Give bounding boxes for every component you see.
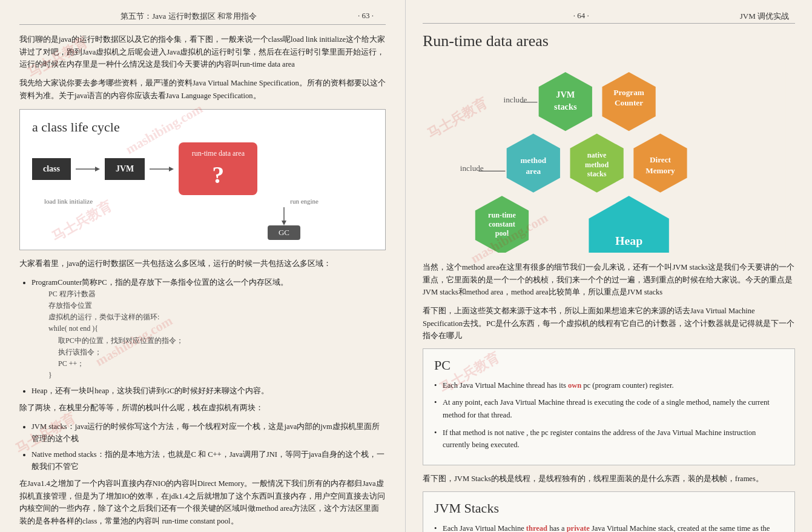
intro-text: 我们聊的是java的运行时数据区以及它的指令集，看下图，一般来说一个class呢…	[19, 33, 386, 71]
hex-pool-label3: pool	[495, 229, 509, 238]
runtime-box: run-time data area ?	[179, 142, 257, 195]
run-engine-label: run engine	[290, 198, 319, 205]
svg-marker-3	[169, 167, 174, 171]
gc-area: GC	[32, 207, 373, 240]
pc-detail-5: 执行该指令；	[58, 347, 386, 358]
hex-native-label2: method	[585, 161, 609, 169]
right-page: 马士兵教育 mashibing.com 马士兵教育 · 64 · JVM 调优实…	[406, 0, 812, 532]
pc-detail-1: 存放指令位置	[48, 300, 386, 311]
class-box: class	[32, 158, 71, 180]
left-page: 马士兵教育 mashibing.com 马士兵教育 mashibing.com …	[0, 0, 406, 532]
para3-text: 大家看着里，java的运行时数据区一共包括这么多区域，运行的时候一共包括这么多区…	[19, 258, 386, 270]
run-time-title: Run-time data areas	[423, 32, 795, 50]
pc-detail-7: }	[48, 370, 386, 381]
bullet-heap: Heap，还有一块叫heap，这块我们讲到GC的时候好好来聊这个内容。	[31, 385, 386, 397]
hex-jvmstacks-label2: stacks	[554, 102, 577, 111]
hex-pool-label1: run-time	[488, 211, 516, 219]
bullet-jvmstacks: JVM stacks：java运行的时候你写这个方法，每一个线程对应一个栈，这是…	[31, 421, 386, 445]
pc-detail-6: PC ++；	[58, 358, 386, 370]
pc-bullet-3: If that method is not native , the pc re…	[434, 427, 784, 451]
bullet-heap-text: Heap，还有一块叫heap，这块我们讲到GC的时候好好来聊这个内容。	[31, 387, 269, 395]
runtime-label: run-time data area	[192, 149, 245, 158]
hex-heap-label: Heap	[615, 234, 642, 247]
bullet-nativestacks: Native method stacks：指的是本地方法，也就是C 和 C++，…	[31, 448, 386, 473]
left-header-text: 第五节：Java 运行时数据区 和常用指令	[120, 12, 257, 21]
hex-pool-label2: constant	[489, 220, 515, 228]
para4-text: 除了两块，在栈里分配等等，所谓的栈叫什么呢，栈在虚拟机有两块：	[19, 402, 386, 414]
pc-section: PC Each Java Virtual Machine thread has …	[423, 348, 795, 465]
private-highlight: private	[567, 524, 590, 533]
pc-bullet-2: At any point, each Java Virtual Machine …	[434, 396, 784, 421]
load-label: load link initialize	[44, 198, 93, 205]
hex-method-label2: area	[526, 167, 541, 176]
pc-detail-4: 取PC中的位置，找到对应位置的指令；	[58, 335, 386, 347]
gc-box: GC	[268, 225, 300, 240]
bullets2-section: JVM stacks：java运行的时候你写这个方法，每一个线程对应一个栈，这是…	[19, 421, 386, 473]
diagram-title: a class life cycle	[32, 119, 373, 135]
hex-pc-label1: Program	[613, 88, 644, 97]
own-highlight: own	[568, 381, 581, 390]
para2-text: 我先给大家说你要去参考哪些资料，最严谨的资料Java Virtual Machi…	[19, 77, 386, 102]
jvmstacks-bullet-1: Each Java Virtual Machine thread has a p…	[434, 522, 784, 533]
hex-svg: JVM stacks Program Counter include metho…	[423, 59, 795, 253]
question-mark: ?	[190, 161, 246, 189]
right-para2: 看下图，上面这些英文都来源于这本书，所以上面如果想追来它的来源的话去Java V…	[423, 305, 795, 342]
bullets-section: ProgramCounter简称PC，指的是存放下一条指令位置的这么一个内存区域…	[19, 276, 386, 397]
pc-detail-3: while( not end ){	[48, 323, 386, 334]
right-para1: 当然，这个method area在这里有很多的细节我们一会儿来说，还有一个叫JV…	[423, 261, 795, 299]
svg-marker-5	[282, 221, 286, 225]
hex-method-label1: method	[520, 156, 546, 165]
diagram-labels: load link initialize run engine	[32, 198, 373, 205]
hex-pc-label2: Counter	[615, 98, 643, 107]
hex-native-label3: stacks	[587, 170, 607, 178]
jvmstacks-section: JVM Stacks Each Java Virtual Machine thr…	[423, 491, 795, 533]
pc-detail-2: 虚拟机的运行，类似于这样的循环:	[48, 311, 386, 323]
hex-diagram: JVM stacks Program Counter include metho…	[423, 59, 795, 253]
bullet-pc: ProgramCounter简称PC，指的是存放下一条指令位置的这么一个内存区域…	[31, 276, 386, 382]
right-header-text: JVM 调优实战	[740, 11, 789, 22]
left-page-header: 第五节：Java 运行时数据区 和常用指令 · 63 ·	[19, 11, 386, 25]
include-label-left: include	[460, 164, 484, 173]
left-page-num: · 63 ·	[358, 11, 374, 21]
hex-direct-label2: Memory	[645, 166, 675, 175]
pc-bullet-1: Each Java Virtual Machine thread has its…	[434, 379, 784, 392]
bullet-pc-text: ProgramCounter简称PC，指的是存放下一条指令位置的这么一个内存区域…	[31, 278, 288, 287]
right-para3: 看下图，JVM Stacks的栈是线程，是线程独有的，线程里面装的是什么东西，装…	[423, 473, 795, 485]
pc-section-title: PC	[434, 357, 784, 373]
pc-indent: PC 程序计数器 存放指令位置 虚拟机的运行，类似于这样的循环: while( …	[48, 288, 386, 382]
right-page-num: · 64 ·	[573, 11, 589, 20]
pc-sub: PC 程序计数器	[48, 288, 386, 300]
include-label-top: include	[504, 95, 527, 104]
thread-highlight: thread	[526, 524, 547, 533]
svg-marker-1	[95, 167, 100, 171]
para5-text: 在Java1.4之增加了一个内容叫直接内存NIO的内容叫Direct Memor…	[19, 477, 386, 528]
hex-direct-label1: Direct	[650, 155, 672, 164]
class-lifecycle-diagram: a class life cycle class JVM run-time da…	[19, 109, 386, 250]
jvm-box: JVM	[105, 158, 145, 180]
hex-native-label1: native	[587, 151, 607, 159]
hex-jvmstacks-label1: JVM	[556, 90, 575, 99]
jvmstacks-title: JVM Stacks	[434, 500, 784, 516]
right-page-header: · 64 · JVM 调优实战	[423, 11, 795, 24]
